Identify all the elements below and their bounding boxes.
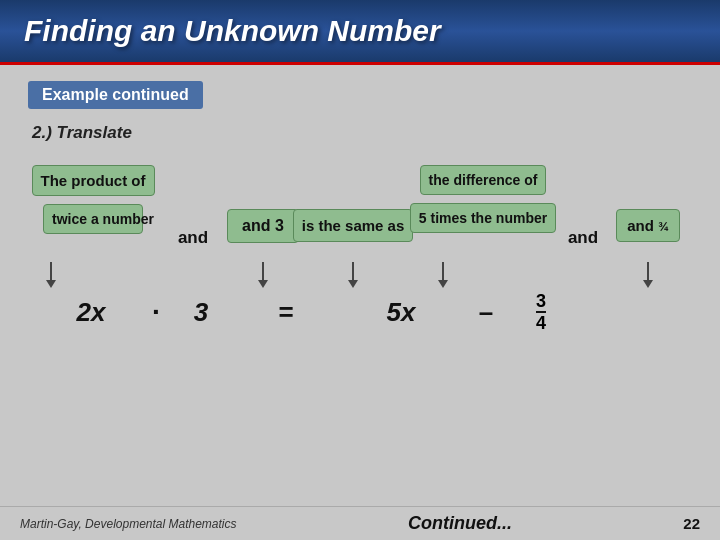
footer: Martin-Gay, Developmental Mathematics Co… xyxy=(0,506,720,540)
col-same-as: is the same as xyxy=(298,165,408,242)
arrow-3 xyxy=(228,262,298,288)
math-fraction: 3 4 xyxy=(506,292,576,332)
math-row: 2x · 3 = 5x xyxy=(28,292,692,332)
phrase-and-fraction: and ¾ xyxy=(616,209,680,242)
col-difference: the difference of 5 times the number xyxy=(408,165,558,233)
phrase-and1: and xyxy=(166,220,220,256)
math-2x: 2x xyxy=(36,297,146,328)
title-bar: Finding an Unknown Number xyxy=(0,0,720,65)
phrase-and3: and 3 xyxy=(227,209,299,243)
col-and1: and xyxy=(158,165,228,256)
content-area: Example continued 2.) Translate The prod… xyxy=(0,65,720,506)
math-dot: · xyxy=(146,296,166,328)
frac-denominator: 4 xyxy=(536,313,546,332)
citation: Martin-Gay, Developmental Mathematics xyxy=(20,517,237,531)
col-and-frac: and ¾ xyxy=(608,165,688,242)
arrow-2x xyxy=(28,262,158,288)
phrase-five-times: 5 times the number xyxy=(410,203,556,233)
continued-label: Continued... xyxy=(408,513,512,534)
math-5x: 5x xyxy=(336,297,466,328)
slide-title: Finding an Unknown Number xyxy=(24,14,696,48)
math-three: 3 xyxy=(166,297,236,328)
col-product: The product of twice a number xyxy=(28,165,158,234)
col-and3: and 3 xyxy=(228,165,298,243)
expression-area: The product of twice a number and and 3 … xyxy=(28,165,692,332)
frac-numerator: 3 xyxy=(536,292,546,313)
col-and2: and xyxy=(558,165,608,256)
phrase-difference-of: the difference of xyxy=(420,165,547,195)
phrase-product-of: The product of xyxy=(32,165,155,196)
arrow-frac xyxy=(608,262,688,288)
slide: Finding an Unknown Number Example contin… xyxy=(0,0,720,540)
arrow-5x xyxy=(408,262,558,288)
translate-label: 2.) Translate xyxy=(32,123,692,143)
math-equals: = xyxy=(236,297,336,328)
arrow-equals xyxy=(298,262,408,288)
phrase-twice-number: twice a number xyxy=(43,204,143,234)
math-minus: – xyxy=(466,297,506,328)
phrase-same-as: is the same as xyxy=(293,209,414,242)
phrase-and2: and xyxy=(556,220,610,256)
example-label: Example continued xyxy=(28,81,203,109)
page-number: 22 xyxy=(683,515,700,532)
